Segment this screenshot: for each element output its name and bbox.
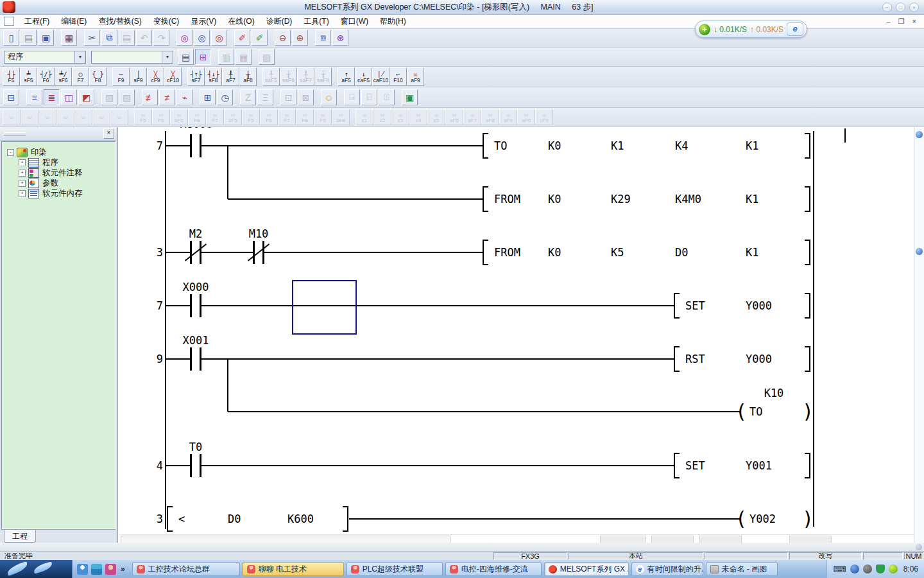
child-minimize-button[interactable]: – — [887, 17, 891, 26]
scroll-thumb[interactable] — [916, 248, 923, 255]
ladder-symbol-F8-button[interactable]: { }F8 — [89, 67, 107, 86]
net-speed-widget[interactable]: + ↓ 0.01K/S ↑ 0.03K/S e — [695, 21, 807, 38]
quick-launch-messenger-icon[interactable] — [77, 564, 88, 575]
child-restore-button[interactable]: ❐ — [898, 17, 905, 26]
std-cascade-button[interactable]: ⧈ — [315, 30, 331, 46]
menu-item-0[interactable]: 工程(F) — [19, 14, 55, 29]
window-minimize-button[interactable]: − — [882, 3, 892, 12]
std-open-button[interactable]: ▤ — [21, 30, 37, 46]
prog-help-assist-button[interactable]: ☺ — [321, 89, 337, 105]
std-cut-button[interactable]: ✂ — [84, 30, 100, 46]
vertical-scrollbar[interactable] — [914, 127, 924, 543]
ladder-symbol-sF6-button[interactable]: ╧∕sF6 — [55, 67, 72, 86]
ladder-symbol-F5-button[interactable]: ┤├F5 — [3, 67, 20, 86]
data-parameter-button[interactable]: ▤ — [178, 49, 194, 65]
data-type-combo[interactable]: 程序 ▼ — [4, 51, 86, 64]
tree-expander[interactable]: + — [19, 159, 26, 166]
prog-monitor-box-button[interactable]: ▣ — [402, 89, 418, 105]
ladder-editor-canvas[interactable]: M80007TOK0K1K4K1FROMK0K29K4M0K13M2M10FRO… — [119, 127, 914, 534]
menu-item-9[interactable]: 帮助(H) — [374, 14, 412, 29]
ladder-symbol-F6-button[interactable]: ┤∕├F6 — [37, 67, 55, 86]
menu-item-1[interactable]: 编辑(E) — [55, 14, 92, 29]
ladder-symbol-F9-button[interactable]: ─F9 — [112, 67, 130, 86]
tray-volume-icon[interactable] — [863, 565, 872, 574]
ladder-symbol-cF10-button[interactable]: ╳cF10 — [164, 67, 182, 86]
ladder-symbol-sF5-button[interactable]: ╧sF5 — [20, 67, 37, 86]
menu-item-5[interactable]: 在线(O) — [222, 14, 260, 29]
data-project-tree-button[interactable]: ⊞ — [195, 49, 211, 65]
tree-expander[interactable]: + — [19, 180, 26, 187]
ladder-symbol-aF5-button[interactable]: ↑aF5 — [338, 67, 355, 86]
ladder-symbol-sF7-button[interactable]: ┤↑├sF7 — [187, 67, 205, 86]
std-new-button[interactable]: ▯ — [3, 30, 19, 46]
data-name-combo[interactable]: ▼ — [91, 51, 173, 64]
ladder-symbol-F10-button[interactable]: ⌐F10 — [389, 67, 407, 86]
tab-project[interactable]: 工程 — [4, 530, 36, 543]
ladder-symbol-cF9-button[interactable]: ╳cF9 — [147, 67, 164, 86]
tray-updater-icon[interactable] — [889, 565, 898, 574]
taskbar-button-4[interactable]: MELSOFT系列 GX ... — [544, 562, 629, 576]
tree-close-button[interactable]: × — [103, 128, 114, 139]
menu-item-4[interactable]: 显示(V) — [185, 14, 222, 29]
panel-grip[interactable] — [4, 132, 26, 136]
prog-ladder-edit1-button[interactable]: ≢ — [142, 89, 158, 105]
tree-item-2[interactable]: +参数 — [2, 178, 115, 188]
horizontal-scrollbar[interactable] — [119, 534, 914, 543]
taskbar-button-2[interactable]: PLC超级技术联盟 — [346, 562, 443, 576]
prog-ladder-edit2-button[interactable]: ≠ — [159, 89, 175, 105]
start-button[interactable] — [0, 560, 73, 578]
std-find-instruction-button[interactable]: ◎ — [211, 30, 227, 46]
tray-security-icon[interactable] — [876, 565, 885, 574]
chevron-down-icon[interactable]: ▼ — [74, 51, 85, 63]
tray-network-icon[interactable] — [850, 565, 859, 574]
window-close-button[interactable]: × — [909, 3, 919, 12]
quick-launch-contact-icon[interactable] — [105, 564, 116, 575]
prog-note-button[interactable]: ≣ — [44, 89, 60, 105]
tree-expander[interactable]: + — [19, 170, 26, 177]
ladder-symbol-aF8-button[interactable]: ╁aF8 — [239, 67, 257, 86]
menu-item-3[interactable]: 变换(C) — [148, 14, 185, 29]
prog-ladder-edit3-button[interactable]: ⌁ — [176, 89, 193, 105]
prog-statement-button[interactable]: ≡ — [26, 89, 42, 105]
ladder-symbol-aF9-button[interactable]: ☒aF9 — [407, 67, 424, 86]
window-restore-button[interactable]: □ — [896, 3, 905, 12]
resize-corner[interactable] — [916, 544, 922, 550]
ladder-symbol-F7-button[interactable]: ○F7 — [72, 67, 89, 86]
tree-root-item[interactable]: -印染 — [2, 147, 115, 157]
tree-item-0[interactable]: +程序 — [2, 157, 115, 168]
prog-device-memory-button[interactable]: ⊞ — [200, 89, 216, 105]
tree-expander[interactable]: - — [7, 149, 14, 156]
std-save-button[interactable]: ▣ — [38, 30, 54, 46]
taskbar-button-0[interactable]: 工控技术论坛总群 — [132, 562, 240, 576]
std-print-button[interactable]: ▦ — [61, 30, 77, 46]
quick-launch-expand-icon[interactable]: » — [119, 565, 126, 574]
accelerator-ball-icon[interactable]: + — [699, 24, 710, 35]
scroll-up-icon[interactable] — [916, 131, 923, 138]
ladder-symbol-sF9-button[interactable]: │sF9 — [130, 67, 147, 86]
taskbar-button-6[interactable]: 未命名 - 画图 — [706, 562, 778, 576]
chevron-down-icon[interactable]: ▼ — [162, 51, 173, 63]
prog-device-find-button[interactable]: ◫ — [61, 89, 77, 105]
std-write-mode-button[interactable]: ✐ — [234, 30, 250, 46]
std-project-data-button[interactable]: ⊛ — [332, 30, 348, 46]
menu-item-7[interactable]: 工具(T) — [298, 14, 334, 29]
prog-clock-button[interactable]: ◷ — [217, 89, 233, 105]
menu-item-8[interactable]: 窗口(W) — [335, 14, 374, 29]
taskbar-button-5[interactable]: e有时间限制的升... — [631, 562, 703, 576]
quick-launch-notes-icon[interactable] — [91, 564, 102, 575]
std-find-device-button[interactable]: ◎ — [194, 30, 210, 46]
ladder-symbol-sF8-button[interactable]: ┤↓├sF8 — [205, 67, 222, 86]
prog-comment-display-button[interactable]: ⊟ — [3, 89, 19, 105]
menu-item-2[interactable]: 查找/替换(S) — [92, 14, 147, 29]
ladder-symbol-caF5-button[interactable]: ↓caF5 — [355, 67, 372, 86]
std-monitor-mode-button[interactable]: ✐ — [252, 30, 268, 46]
std-copy-button[interactable]: ⧉ — [101, 30, 117, 46]
ladder-symbol-aF7-button[interactable]: ╀aF7 — [222, 67, 239, 86]
std-find-button[interactable]: ◎ — [176, 30, 193, 46]
child-close-button[interactable]: × — [912, 17, 916, 26]
ie-browser-icon[interactable]: e — [787, 22, 803, 36]
prog-device-test-button[interactable]: ◩ — [78, 89, 94, 105]
taskbar-button-1[interactable]: 聊聊 电工技术 — [243, 562, 344, 576]
taskbar-button-3[interactable]: 电控-四海维修-交流 — [445, 562, 542, 576]
menu-item-6[interactable]: 诊断(D) — [261, 14, 298, 29]
